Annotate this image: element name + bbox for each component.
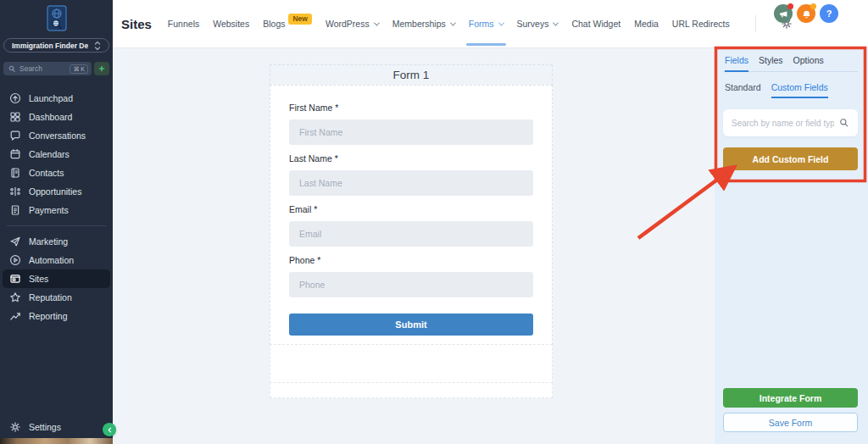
unfold-chevrons-icon bbox=[92, 40, 103, 52]
reporting-icon bbox=[9, 310, 21, 322]
tab-label: Funnels bbox=[168, 19, 199, 29]
sidebar-item-label: Contacts bbox=[29, 168, 64, 178]
header-nav: Funnels Websites BlogsNew WordPress Memb… bbox=[168, 0, 793, 47]
tab-funnels[interactable]: Funnels bbox=[168, 0, 199, 47]
sidebar-collapse-button[interactable] bbox=[103, 423, 116, 436]
notifications-button[interactable] bbox=[797, 4, 815, 23]
tab-label: Memberships bbox=[392, 19, 446, 29]
tab-surveys[interactable]: Surveys bbox=[517, 0, 559, 47]
tab-label: Media bbox=[634, 19, 659, 29]
field-label-first-name: First Name * bbox=[289, 103, 533, 114]
form-empty-dropzone[interactable] bbox=[270, 344, 553, 383]
sidebar-item-label: Launchpad bbox=[29, 93, 73, 103]
help-button[interactable]: ? bbox=[820, 4, 838, 23]
form-builder-canvas: Form 1 First Name * Last Name * Email * … bbox=[113, 48, 715, 444]
sidebar-item-dashboard[interactable]: Dashboard bbox=[0, 108, 113, 126]
tab-websites[interactable]: Websites bbox=[213, 0, 249, 47]
sidebar-item-label: Conversations bbox=[29, 130, 86, 141]
panel-tabs: Fields Styles Options bbox=[723, 48, 858, 72]
calendars-icon bbox=[9, 148, 21, 160]
sidebar-item-payments[interactable]: Payments bbox=[0, 201, 113, 219]
agency-logo bbox=[0, 0, 113, 31]
conversations-icon bbox=[9, 130, 21, 142]
tab-label: Websites bbox=[213, 19, 249, 29]
question-mark-icon: ? bbox=[826, 8, 832, 19]
subtab-standard[interactable]: Standard bbox=[725, 82, 761, 98]
tab-styles[interactable]: Styles bbox=[759, 55, 783, 71]
tab-fields[interactable]: Fields bbox=[725, 55, 748, 72]
submit-button[interactable]: Submit bbox=[289, 314, 533, 336]
megaphone-icon bbox=[778, 8, 789, 19]
chevron-down-icon bbox=[374, 19, 380, 25]
sidebar-item-label: Opportunities bbox=[29, 186, 81, 197]
phone-field[interactable] bbox=[289, 272, 533, 297]
first-name-field[interactable] bbox=[289, 119, 533, 145]
tab-label: URL Redirects bbox=[672, 19, 730, 29]
chevron-down-icon bbox=[553, 19, 559, 25]
launchpad-icon bbox=[9, 92, 21, 104]
header-divider bbox=[755, 15, 756, 32]
chevron-down-icon bbox=[498, 19, 504, 25]
page-title: Sites bbox=[121, 17, 152, 31]
sidebar-item-opportunities[interactable]: Opportunities bbox=[0, 182, 113, 201]
automation-icon bbox=[9, 254, 21, 266]
sidebar-item-reporting[interactable]: Reporting bbox=[0, 307, 113, 325]
field-label-last-name: Last Name * bbox=[289, 153, 533, 164]
sidebar-divider bbox=[7, 225, 106, 226]
tab-options[interactable]: Options bbox=[793, 55, 824, 71]
integrate-form-button[interactable]: Integrate Form bbox=[723, 388, 858, 408]
field-label-phone: Phone * bbox=[289, 255, 533, 266]
tab-label: Blogs bbox=[263, 19, 285, 29]
panel-subtabs: Standard Custom Fields bbox=[723, 82, 858, 98]
marketing-icon bbox=[9, 236, 21, 247]
tab-memberships[interactable]: Memberships bbox=[392, 0, 455, 47]
add-custom-field-button[interactable]: Add Custom Field bbox=[723, 147, 858, 170]
sidebar-item-contacts[interactable]: Contacts bbox=[0, 164, 113, 182]
sidebar-item-label: Reporting bbox=[29, 311, 68, 321]
sidebar-item-label: Marketing bbox=[29, 236, 68, 247]
sidebar-item-sites[interactable]: Sites bbox=[3, 269, 110, 288]
opportunities-icon bbox=[9, 186, 21, 197]
announcements-button[interactable] bbox=[774, 4, 793, 23]
builder-side-panel: Fields Styles Options Standard Custom Fi… bbox=[715, 48, 868, 444]
form-fields-card: First Name * Last Name * Email * Phone *… bbox=[270, 85, 553, 345]
header-utility-icons: ? bbox=[774, 4, 838, 23]
sites-icon bbox=[9, 273, 21, 285]
form-name-element[interactable]: Form 1 bbox=[270, 64, 553, 86]
sidebar-item-calendars[interactable]: Calendars bbox=[0, 145, 113, 164]
quick-add-button[interactable] bbox=[94, 62, 109, 75]
tab-chat-widget[interactable]: Chat Widget bbox=[571, 0, 620, 47]
tab-wordpress[interactable]: WordPress bbox=[326, 0, 379, 47]
tab-label: Chat Widget bbox=[571, 19, 620, 29]
sidebar-item-label: Calendars bbox=[29, 149, 70, 159]
email-field[interactable] bbox=[289, 221, 533, 247]
dashboard-icon bbox=[9, 111, 21, 123]
notification-dot bbox=[787, 3, 793, 9]
bell-icon bbox=[801, 8, 812, 19]
form-footer-dropzone[interactable] bbox=[270, 382, 553, 398]
save-form-button[interactable]: Save Form bbox=[723, 413, 858, 432]
tab-label: WordPress bbox=[326, 19, 370, 29]
sidebar-search-input[interactable]: Search ⌘ K bbox=[3, 62, 92, 75]
field-search-box bbox=[723, 109, 858, 136]
subtab-custom-fields[interactable]: Custom Fields bbox=[771, 82, 828, 98]
sidebar-item-marketing[interactable]: Marketing bbox=[0, 232, 113, 251]
tab-forms[interactable]: Forms bbox=[469, 0, 504, 47]
tab-blogs[interactable]: BlogsNew bbox=[263, 0, 312, 47]
sidebar-item-launchpad[interactable]: Launchpad bbox=[0, 89, 113, 108]
sidebar-item-label: Sites bbox=[29, 274, 48, 284]
last-name-field[interactable] bbox=[289, 170, 533, 196]
sidebar: Immigration Finder Dem... Search ⌘ K bbox=[0, 0, 113, 444]
sidebar-item-settings[interactable]: Settings bbox=[0, 420, 113, 434]
field-search-input[interactable] bbox=[732, 119, 834, 128]
gear-icon bbox=[9, 421, 21, 433]
sidebar-item-label: Reputation bbox=[29, 292, 72, 302]
tab-url-redirects[interactable]: URL Redirects bbox=[672, 0, 730, 47]
tab-media[interactable]: Media bbox=[634, 0, 659, 47]
sidebar-item-conversations[interactable]: Conversations bbox=[0, 126, 113, 145]
sidebar-item-automation[interactable]: Automation bbox=[0, 251, 113, 269]
new-badge: New bbox=[288, 14, 311, 25]
account-switcher[interactable]: Immigration Finder Dem... bbox=[3, 38, 109, 53]
reputation-icon bbox=[9, 291, 21, 303]
sidebar-item-reputation[interactable]: Reputation bbox=[0, 288, 113, 307]
